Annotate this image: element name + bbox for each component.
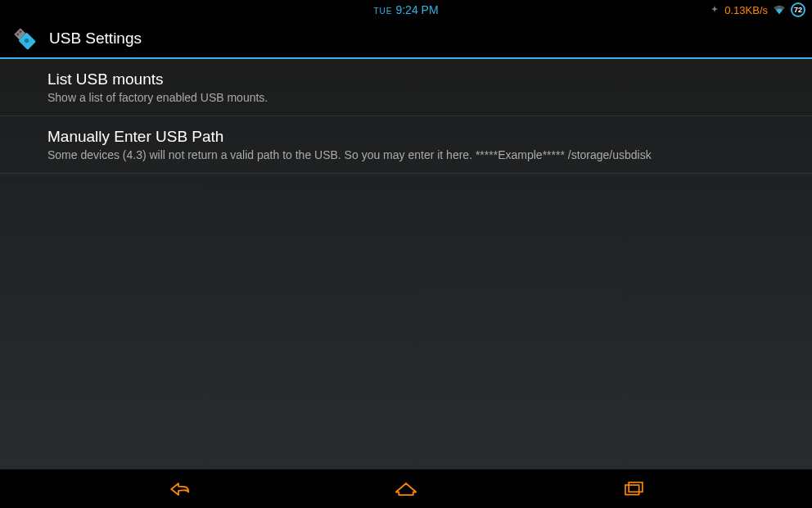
usb-icon bbox=[10, 24, 39, 53]
home-button[interactable] bbox=[357, 469, 455, 509]
list-item-summary: Show a list of factory enabled USB mount… bbox=[47, 91, 799, 104]
back-icon bbox=[159, 478, 198, 501]
recent-apps-icon bbox=[617, 478, 650, 501]
rocket-icon bbox=[710, 5, 720, 15]
action-bar: USB Settings bbox=[0, 20, 812, 59]
back-button[interactable] bbox=[129, 469, 228, 509]
status-right: 0.13KB/s 72 bbox=[710, 2, 805, 17]
navigation-bar bbox=[0, 469, 812, 508]
wifi-icon bbox=[773, 4, 786, 16]
network-speed: 0.13KB/s bbox=[724, 4, 768, 16]
list-item-usb-path[interactable]: Manually Enter USB Path Some devices (4.… bbox=[0, 116, 812, 174]
recent-apps-button[interactable] bbox=[584, 469, 683, 509]
status-day: TUE bbox=[373, 7, 392, 16]
list-item-title: List USB mounts bbox=[47, 70, 799, 88]
list-item-summary: Some devices (4.3) will not return a val… bbox=[47, 148, 799, 161]
status-bar: TUE 9:24 PM 0.13KB/s 72 bbox=[0, 0, 812, 20]
settings-list: List USB mounts Show a list of factory e… bbox=[0, 59, 812, 174]
battery-percent: 72 bbox=[794, 6, 802, 14]
svg-rect-5 bbox=[625, 485, 639, 495]
list-item-title: Manually Enter USB Path bbox=[47, 128, 799, 146]
status-clock: TUE 9:24 PM bbox=[373, 3, 438, 16]
battery-badge: 72 bbox=[791, 2, 805, 17]
svg-rect-6 bbox=[629, 482, 643, 492]
list-item-usb-mounts[interactable]: List USB mounts Show a list of factory e… bbox=[0, 59, 812, 116]
home-icon bbox=[388, 478, 424, 501]
page-title: USB Settings bbox=[49, 29, 142, 48]
status-time: 9:24 PM bbox=[395, 3, 438, 16]
